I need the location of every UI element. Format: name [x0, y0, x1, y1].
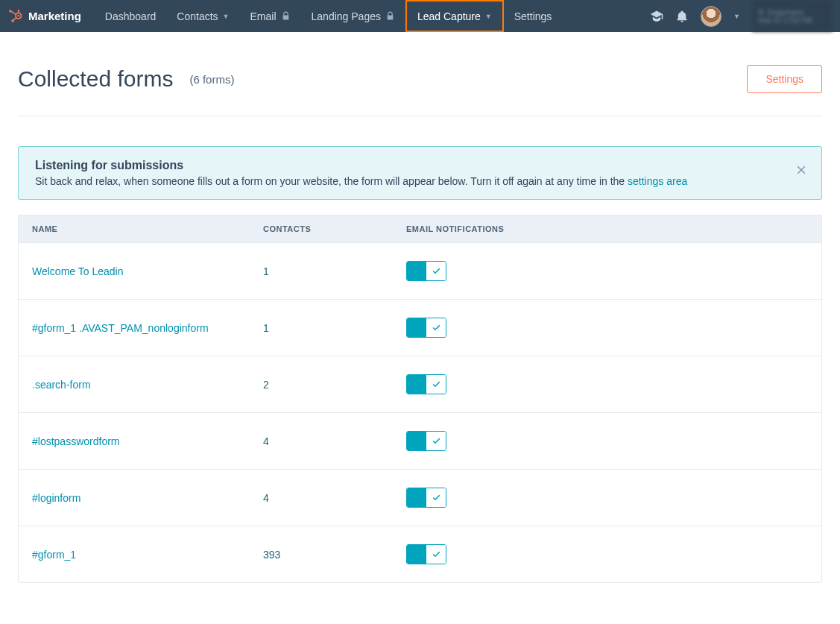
- settings-area-link[interactable]: settings area: [628, 175, 687, 187]
- check-icon: [432, 266, 441, 276]
- contacts-count-link[interactable]: 4: [263, 435, 406, 447]
- table-row: #loginform4: [19, 469, 821, 526]
- form-name-link[interactable]: #loginform: [32, 492, 263, 504]
- toggle-on-side: [407, 318, 426, 337]
- toggle-handle: [426, 432, 446, 450]
- toggle-on-side: [407, 432, 426, 450]
- academy-icon[interactable]: [650, 10, 663, 23]
- toggle-on-side: [407, 488, 426, 507]
- form-name-link[interactable]: #gform_1: [32, 549, 263, 561]
- page-title: Collected forms: [18, 66, 173, 92]
- table-row: #gform_1 .AVAST_PAM_nonloginform1: [19, 299, 821, 356]
- email-notification-toggle[interactable]: [406, 431, 446, 451]
- chevron-down-icon: ▼: [485, 13, 492, 20]
- lock-icon: [385, 11, 395, 21]
- nav-landing-pages[interactable]: Landing Pages: [301, 0, 405, 32]
- toggle-handle: [426, 545, 446, 564]
- chevron-down-icon[interactable]: ▼: [733, 13, 740, 20]
- close-icon[interactable]: [795, 163, 808, 177]
- notification-cell: [406, 261, 808, 281]
- chevron-down-icon: ▼: [223, 13, 230, 20]
- account-hub-id: Hub ID 1752798: [758, 16, 827, 25]
- brand-logo[interactable]: Marketing: [9, 10, 81, 23]
- toggle-handle: [426, 262, 446, 280]
- nav-label: Email: [250, 10, 277, 22]
- contacts-count-link[interactable]: 393: [263, 549, 406, 561]
- email-notification-toggle[interactable]: [406, 261, 446, 281]
- toggle-handle: [426, 488, 446, 507]
- header-notifications: EMAIL NOTIFICATIONS: [406, 224, 808, 233]
- contacts-count-link[interactable]: 1: [263, 265, 406, 277]
- listening-banner: Listening for submissions Sit back and r…: [18, 146, 822, 200]
- contacts-count-link[interactable]: 2: [263, 379, 406, 391]
- header-name: NAME: [32, 224, 263, 233]
- check-icon: [432, 436, 441, 446]
- forms-count: (6 forms): [189, 73, 234, 86]
- settings-button[interactable]: Settings: [747, 65, 822, 93]
- nav-label: Contacts: [177, 10, 218, 22]
- nav-label: Dashboard: [105, 10, 157, 22]
- notification-cell: [406, 431, 808, 451]
- page-content: Collected forms (6 forms) Settings Liste…: [0, 32, 840, 583]
- svg-point-1: [17, 14, 19, 16]
- nav-contacts[interactable]: Contacts ▼: [166, 0, 239, 32]
- banner-title: Listening for submissions: [35, 159, 805, 172]
- account-info[interactable]: N. Doppmann Hub ID 1752798: [752, 0, 833, 32]
- toggle-on-side: [407, 545, 426, 564]
- form-name-link[interactable]: Welcome To Leadin: [32, 265, 263, 277]
- navbar-right: ▼ N. Doppmann Hub ID 1752798: [650, 0, 840, 32]
- svg-point-7: [9, 10, 11, 12]
- banner-description: Sit back and relax, when someone fills o…: [35, 175, 805, 187]
- nav-dashboard[interactable]: Dashboard: [95, 0, 167, 32]
- navbar-left: Marketing Dashboard Contacts ▼ Email Lan…: [9, 0, 562, 32]
- notification-cell: [406, 318, 808, 338]
- contacts-count-link[interactable]: 1: [263, 322, 406, 334]
- svg-point-3: [18, 10, 19, 11]
- form-name-link[interactable]: #lostpasswordform: [32, 435, 263, 447]
- nav-label: Landing Pages: [312, 10, 381, 22]
- header-contacts: CONTACTS: [263, 224, 406, 233]
- svg-point-5: [12, 19, 14, 22]
- check-icon: [432, 323, 441, 333]
- account-name: N. Doppmann: [758, 8, 827, 16]
- form-name-link[interactable]: #gform_1 .AVAST_PAM_nonloginform: [32, 322, 263, 334]
- contacts-count-link[interactable]: 4: [263, 492, 406, 504]
- lock-icon: [281, 11, 291, 21]
- nav-settings[interactable]: Settings: [504, 0, 563, 32]
- table-row: #lostpasswordform4: [19, 412, 821, 469]
- nav-email[interactable]: Email: [240, 0, 301, 32]
- toggle-handle: [426, 318, 446, 337]
- page-header: Collected forms (6 forms) Settings: [18, 32, 822, 116]
- top-navbar: Marketing Dashboard Contacts ▼ Email Lan…: [0, 0, 840, 32]
- notifications-bell-icon[interactable]: [675, 10, 689, 23]
- table-row: .search-form2: [19, 356, 821, 412]
- user-avatar[interactable]: [701, 6, 721, 27]
- table-row: #gform_1393: [19, 526, 821, 582]
- email-notification-toggle[interactable]: [406, 374, 446, 394]
- check-icon: [432, 379, 441, 389]
- check-icon: [432, 549, 441, 559]
- toggle-on-side: [407, 375, 426, 394]
- header-divider: [18, 116, 822, 116]
- notification-cell: [406, 374, 808, 394]
- toggle-on-side: [407, 262, 426, 280]
- nav-label: Settings: [514, 10, 552, 22]
- nav-label: Lead Capture: [417, 10, 481, 22]
- banner-text-before: Sit back and relax, when someone fills o…: [35, 175, 628, 187]
- brand-text: Marketing: [28, 10, 81, 22]
- form-name-link[interactable]: .search-form: [32, 379, 263, 391]
- nav-lead-capture[interactable]: Lead Capture ▼: [405, 0, 504, 32]
- email-notification-toggle[interactable]: [406, 544, 446, 564]
- table-header-row: NAME CONTACTS EMAIL NOTIFICATIONS: [19, 215, 821, 242]
- check-icon: [432, 493, 441, 502]
- notification-cell: [406, 544, 808, 564]
- table-row: Welcome To Leadin1: [19, 242, 821, 299]
- table-body: Welcome To Leadin1#gform_1 .AVAST_PAM_no…: [19, 242, 821, 582]
- email-notification-toggle[interactable]: [406, 318, 446, 338]
- toggle-handle: [426, 375, 446, 394]
- forms-table: NAME CONTACTS EMAIL NOTIFICATIONS Welcom…: [18, 215, 822, 583]
- notification-cell: [406, 488, 808, 508]
- hubspot-sprocket-icon: [9, 10, 22, 23]
- email-notification-toggle[interactable]: [406, 488, 446, 508]
